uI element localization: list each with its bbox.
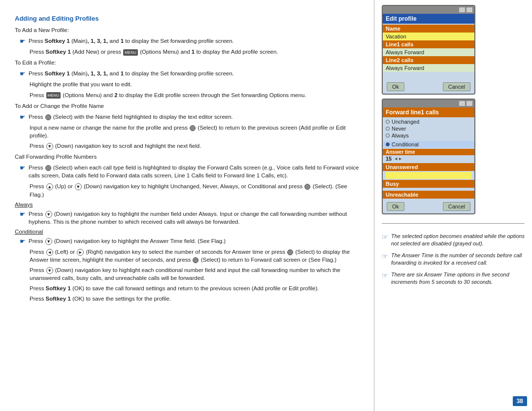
- answer-time-label: Answer time: [383, 149, 474, 155]
- battery-icon: [466, 7, 472, 12]
- down-nav-icon-5: ▼: [46, 267, 53, 274]
- page-number: 38: [513, 396, 527, 406]
- menu-icon-1: MENU: [123, 49, 138, 56]
- select-icon-6: [193, 257, 199, 263]
- radio-never: [386, 127, 390, 131]
- call-bullet-1: ☛ Press (Select) when each call type fie…: [15, 164, 359, 179]
- bullet-icon-4: ☛: [20, 164, 26, 171]
- add-sub-1: Press Softkey 1 (Add New) or press MENU …: [30, 48, 359, 56]
- name-sub-1: Input a new name or change the name for …: [30, 124, 359, 139]
- edit-bullet-1: ☛ Press Softkey 1 (Main), 1, 3, 1, and 1…: [15, 69, 359, 77]
- signal-icon: [459, 7, 465, 12]
- select-icon-1: [45, 114, 51, 120]
- call-sub-1: Press ▲ (Up) or ▼ (Down) navigation key …: [30, 182, 359, 198]
- cancel-btn-2[interactable]: Cancel: [443, 202, 470, 211]
- forward-header: Forward line1 calls: [383, 107, 474, 117]
- cond-bullet-text-1: Press ▼ (Down) navigation key to highlig…: [29, 237, 226, 245]
- unanswered-label: Unanswered: [383, 163, 474, 171]
- bullet-icon-2: ☛: [20, 70, 26, 77]
- note-icon-2: ☞: [382, 252, 388, 260]
- main-content: Adding and Editing Profiles To Add a New…: [0, 0, 374, 411]
- unanswered-field: [386, 172, 471, 179]
- name-bullet-text-1: Press (Select) with the Name field highl…: [29, 113, 233, 121]
- add-bullet-1: ☛ Press Softkey 1 (Main), 1, 3, 1, and 1…: [15, 37, 359, 45]
- phone-top-bar-1: [383, 6, 474, 14]
- always-bullet-text-1: Press ▼ (Down) navigation key to highlig…: [29, 210, 359, 226]
- bullet-icon-6: ☛: [20, 238, 26, 245]
- note-icon-1: ☞: [382, 233, 388, 241]
- up-nav-icon: ▲: [46, 183, 53, 190]
- divider: [382, 223, 525, 224]
- phone-button-row-2: Ok Cancel: [383, 201, 474, 212]
- ok-btn-1[interactable]: Ok: [387, 82, 404, 91]
- name-value: Vacation: [383, 33, 474, 40]
- select-icon-5: [287, 249, 293, 255]
- cond-bullet-1: ☛ Press ▼ (Down) navigation key to highl…: [15, 237, 359, 245]
- section-title: Adding and Editing Profiles: [15, 15, 359, 22]
- unreachable-label: Unreachable: [383, 191, 474, 199]
- phone-body-1: Name Vacation Line1 calls Always Forward…: [383, 24, 474, 94]
- edit-sub-1: Highlight the profile that you want to e…: [30, 80, 359, 88]
- phone-top-bar-2: [383, 100, 474, 107]
- cond-sub-3: Press Softkey 1 (OK) to save the call fo…: [30, 284, 359, 292]
- down-nav-icon-2: ▼: [75, 183, 82, 190]
- bullet-icon-5: ☛: [20, 210, 26, 218]
- select-icon-4: [304, 184, 310, 190]
- line1-value: Always Forward: [383, 48, 474, 56]
- bullet-icon-1: ☛: [20, 37, 26, 45]
- add-new-label: To Add a New Profile:: [15, 26, 359, 34]
- option-conditional: Conditional: [383, 141, 474, 148]
- menu-icon-2: MENU: [46, 92, 61, 99]
- line2-value: Always Forward: [383, 64, 474, 72]
- option-always: Always: [383, 132, 474, 139]
- name-sub-2: Press ▼ (Down) navigation key to scroll …: [30, 142, 359, 150]
- edit-sub-2: Press MENU (Options Menu) and 2 to displ…: [30, 91, 359, 99]
- answer-time-value-row: 15 ◄►: [383, 155, 474, 162]
- select-icon-2: [190, 125, 196, 131]
- option-unchanged: Unchanged: [383, 118, 474, 125]
- down-nav-icon-1: ▼: [46, 143, 53, 150]
- cond-sub-2: Press ▼ (Down) navigation key to highlig…: [30, 266, 359, 282]
- radio-unchanged: [386, 120, 390, 124]
- notes-section: ☞ The selected option becomes enabled wh…: [382, 233, 525, 290]
- line2-label: Line2 calls: [383, 56, 474, 64]
- edit-bullet-text-1: Press Softkey 1 (Main), 1, 3, 1, and 1 t…: [29, 69, 234, 77]
- note-text-3: There are six Answer Time options in fiv…: [391, 271, 525, 286]
- note-2: ☞ The Answer Time is the number of secon…: [382, 252, 525, 267]
- phone-screen-edit-profile: Edit profile Name Vacation Line1 calls A…: [382, 5, 475, 95]
- note-1: ☞ The selected option becomes enabled wh…: [382, 233, 525, 248]
- screens-container: Edit profile Name Vacation Line1 calls A…: [382, 5, 525, 214]
- always-label: Always: [15, 202, 359, 207]
- phone-button-row-1: Ok Cancel: [383, 81, 474, 93]
- phone-body-2: Unchanged Never Always Conditional Answe…: [383, 117, 474, 213]
- phone-screen-forward: Forward line1 calls Unchanged Never Alwa…: [382, 99, 475, 214]
- note-text-1: The selected option becomes enabled whil…: [391, 233, 525, 248]
- name-bullet-1: ☛ Press (Select) with the Name field hig…: [15, 113, 359, 121]
- radio-conditional: [386, 142, 390, 146]
- call-forwarding-label: Call Forwarding Profile Numbers: [15, 153, 359, 161]
- edit-profile-header: Edit profile: [383, 14, 474, 24]
- cond-sub-4: Press Softkey 1 (OK) to save the setting…: [30, 295, 359, 303]
- note-3: ☞ There are six Answer Time options in f…: [382, 271, 525, 286]
- add-bullet-text-1: Press Softkey 1 (Main), 1, 3, 1, and 1 t…: [29, 37, 234, 45]
- battery-icon-2: [466, 101, 472, 106]
- name-label: Name: [383, 25, 474, 33]
- call-bullet-text-1: Press (Select) when each call type field…: [29, 164, 359, 179]
- ok-btn-2[interactable]: Ok: [387, 202, 404, 211]
- cond-sub-1: Press ◄ (Left) or ► (Right) navigation k…: [30, 248, 359, 264]
- answer-arrow: ◄►: [394, 156, 402, 161]
- bullet-icon-3: ☛: [20, 113, 26, 121]
- down-nav-icon-3: ▼: [45, 211, 52, 218]
- signal-icon-2: [459, 101, 465, 106]
- right-panel: Edit profile Name Vacation Line1 calls A…: [374, 0, 532, 411]
- select-icon-3: [45, 165, 51, 171]
- option-never: Never: [383, 125, 474, 132]
- note-icon-3: ☞: [382, 272, 388, 279]
- cancel-btn-1[interactable]: Cancel: [443, 82, 470, 91]
- edit-profile-label: To Edit a Profile:: [15, 59, 359, 67]
- left-nav-icon: ◄: [46, 249, 53, 256]
- add-change-label: To Add or Change the Profile Name: [15, 102, 359, 110]
- always-bullet-1: ☛ Press ▼ (Down) navigation key to highl…: [15, 210, 359, 226]
- busy-label: Busy: [383, 180, 474, 188]
- down-nav-icon-4: ▼: [45, 238, 52, 245]
